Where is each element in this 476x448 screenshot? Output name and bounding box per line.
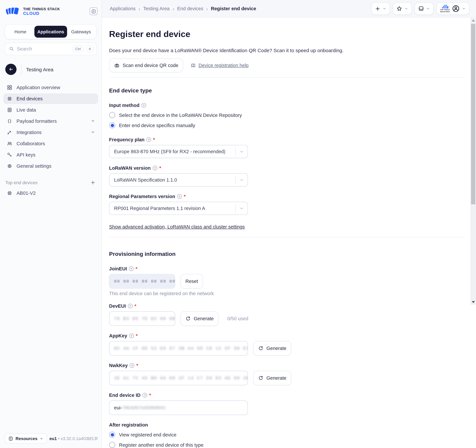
radio-checked[interactable] bbox=[109, 122, 115, 128]
nwkkey-input[interactable]: 3E 91 7C 45 B0 6A D8 2F 14 C7 59 83 AE 6… bbox=[109, 371, 248, 385]
breadcrumb-end-devices[interactable]: End devices bbox=[177, 6, 203, 11]
tti-logo-text-1: THE THINGS bbox=[440, 9, 450, 11]
lorawan-version-value: LoRaWAN Specification 1.1.0 bbox=[114, 177, 235, 183]
breadcrumb-testing-area[interactable]: Testing Area bbox=[143, 6, 170, 11]
deveui-usage-count: 0/50 used bbox=[227, 316, 248, 321]
help-icon[interactable] bbox=[142, 103, 146, 108]
chip-icon bbox=[7, 190, 12, 196]
show-advanced-settings-link[interactable]: Show advanced activation, LoRaWAN class … bbox=[109, 224, 245, 229]
back-arrow-icon bbox=[8, 67, 14, 72]
radio-unchecked[interactable] bbox=[109, 112, 115, 118]
sidebar-item-application-overview[interactable]: Application overview bbox=[3, 82, 98, 93]
generate-label: Generate bbox=[194, 316, 214, 321]
breadcrumb-applications[interactable]: Applications bbox=[110, 6, 136, 11]
user-avatar-icon bbox=[452, 5, 460, 12]
sidebar-item-device-ab01-v2[interactable]: AB01-V2 bbox=[3, 188, 98, 199]
sidebar-item-live-data[interactable]: Live data bbox=[3, 105, 98, 115]
breadcrumb-current: Register end device bbox=[211, 6, 256, 11]
radio-checked[interactable] bbox=[109, 431, 115, 438]
refresh-icon bbox=[258, 346, 263, 351]
appkey-generate-button[interactable]: Generate bbox=[253, 341, 291, 356]
plus-icon bbox=[375, 6, 380, 11]
brand-logo: THE THINGS STACK CLOUD bbox=[6, 5, 97, 17]
input-method-label: Input method bbox=[109, 103, 464, 108]
help-icon[interactable] bbox=[129, 266, 134, 271]
collapse-sidebar-icon bbox=[91, 9, 96, 14]
nwkkey-generate-button[interactable]: Generate bbox=[253, 371, 291, 385]
sidebar-item-label: Payload formatters bbox=[17, 119, 57, 124]
help-icon[interactable] bbox=[177, 194, 182, 199]
appkey-label: AppKey * bbox=[109, 333, 464, 338]
sidebar-item-label: API keys bbox=[17, 152, 35, 157]
tab-applications[interactable]: Applications bbox=[34, 26, 67, 38]
back-button[interactable] bbox=[5, 64, 17, 75]
radio-unchecked[interactable] bbox=[109, 442, 115, 448]
sidebar-collapse-button[interactable] bbox=[90, 7, 97, 15]
sidebar-item-integrations[interactable]: Integrations bbox=[3, 127, 98, 138]
end-device-id-masked-value: 70b3d57ed2068b91 bbox=[122, 405, 166, 410]
after-registration-option-view[interactable]: View registered end device bbox=[109, 431, 464, 438]
scan-qr-button[interactable]: Scan end device QR code bbox=[109, 58, 183, 72]
application-context: Testing Area bbox=[5, 64, 97, 75]
help-icon[interactable] bbox=[142, 393, 147, 398]
qr-intro-text: Does your end device have a LoRaWAN® Dev… bbox=[109, 48, 464, 53]
account-menu-button[interactable]: THE THINGS INDUSTRIES bbox=[436, 2, 469, 15]
scroll-down-arrow[interactable] bbox=[471, 301, 475, 303]
sidebar-item-payload-formatters[interactable]: Payload formatters bbox=[3, 116, 98, 127]
help-icon[interactable] bbox=[147, 137, 151, 142]
book-icon bbox=[191, 63, 196, 68]
deveui-generate-button[interactable]: Generate bbox=[181, 311, 219, 326]
sidebar-item-general-settings[interactable]: General settings bbox=[3, 161, 98, 171]
joineui-input[interactable]: 00 00 00 00 00 00 00 00 bbox=[109, 274, 175, 288]
help-icon[interactable] bbox=[128, 304, 133, 308]
vertical-scrollbar[interactable] bbox=[470, 18, 476, 305]
appkey-input[interactable]: 8C 4A 1F 0D 52 E6 97 3B A4 6D C8 12 5F 9… bbox=[109, 341, 248, 356]
end-device-type-heading: End device type bbox=[109, 88, 464, 94]
scrollbar-thumb[interactable] bbox=[471, 24, 475, 204]
joineui-reset-button[interactable]: Reset bbox=[181, 274, 203, 288]
main-content: Register end device Does your end device… bbox=[102, 17, 476, 448]
section-divider bbox=[109, 237, 464, 237]
sidebar-item-end-devices[interactable]: End devices bbox=[3, 94, 98, 104]
things-stack-logo-icon bbox=[6, 5, 20, 17]
frequency-plan-value: Europe 863-870 MHz (SF9 for RX2 - recomm… bbox=[114, 149, 235, 154]
scroll-up-arrow[interactable] bbox=[471, 19, 475, 22]
after-registration-label: After registration bbox=[109, 422, 464, 427]
input-method-option-repository[interactable]: Select the end device in the LoRaWAN Dev… bbox=[109, 112, 464, 118]
tab-gateways[interactable]: Gateways bbox=[67, 26, 95, 38]
add-end-device-button[interactable] bbox=[90, 180, 96, 185]
sidebar-item-label: Integrations bbox=[17, 130, 42, 135]
appkey-masked-value: 8C 4A 1F 0D 52 E6 97 3B A4 6D C8 12 5F 9… bbox=[114, 346, 248, 351]
favorites-button[interactable] bbox=[393, 2, 412, 15]
content-column: Applications › Testing Area › End device… bbox=[102, 0, 476, 448]
deveui-input[interactable]: 70 B3 D5 7E D2 06 8B 91 bbox=[109, 311, 175, 326]
page-title: Register end device bbox=[109, 28, 464, 40]
brand-name: THE THINGS STACK bbox=[23, 7, 60, 11]
frequency-plan-select[interactable]: Europe 863-870 MHz (SF9 for RX2 - recomm… bbox=[109, 145, 248, 158]
end-device-id-input[interactable]: eui- 70b3d57ed2068b91 bbox=[109, 400, 248, 415]
search-input[interactable] bbox=[17, 46, 70, 51]
device-item-label: AB01-V2 bbox=[17, 190, 36, 196]
notifications-button[interactable] bbox=[414, 2, 434, 15]
help-icon[interactable] bbox=[130, 363, 134, 368]
device-registration-help-link[interactable]: Device registration help bbox=[191, 63, 249, 68]
search-box[interactable]: Ctrl K bbox=[5, 43, 97, 55]
help-icon[interactable] bbox=[153, 166, 157, 170]
help-icon[interactable] bbox=[129, 333, 134, 338]
tti-logo-text-2: INDUSTRIES bbox=[440, 11, 450, 12]
breadcrumb: Applications › Testing Area › End device… bbox=[110, 6, 256, 11]
add-entity-button[interactable] bbox=[371, 2, 390, 15]
resources-button[interactable]: Resources bbox=[5, 433, 47, 443]
tab-home[interactable]: Home bbox=[6, 26, 34, 38]
refresh-icon bbox=[258, 375, 263, 381]
after-registration-option-register-another[interactable]: Register another end device of this type bbox=[109, 442, 464, 448]
regional-parameters-select[interactable]: RP001 Regional Parameters 1.1 revision A bbox=[109, 202, 248, 215]
lorawan-version-select[interactable]: LoRaWAN Specification 1.1.0 bbox=[109, 173, 248, 187]
input-method-option-manual[interactable]: Enter end device specifics manually bbox=[109, 122, 464, 128]
required-asterisk: * bbox=[184, 194, 186, 199]
top-end-devices-section: Top end devices bbox=[5, 180, 96, 185]
sidebar-item-api-keys[interactable]: API keys bbox=[3, 149, 98, 160]
sidebar-item-collaborators[interactable]: Collaborators bbox=[3, 138, 98, 149]
chevron-down-icon bbox=[236, 149, 248, 154]
nwkkey-row: 3E 91 7C 45 B0 6A D8 2F 14 C7 59 83 AE 6… bbox=[109, 371, 464, 385]
